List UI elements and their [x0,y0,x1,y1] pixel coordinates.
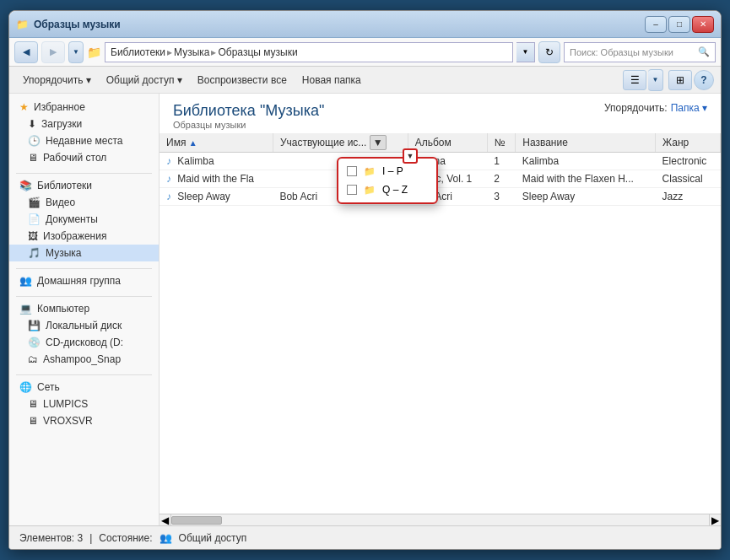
address-dropdown-button[interactable]: ▼ [516,42,535,62]
horizontal-scrollbar[interactable]: ◀ ▶ [160,514,721,525]
forward-button[interactable]: ▶ [41,41,65,63]
col-artist[interactable]: Участвующие ис... ▼ [273,133,408,153]
sidebar-label-computer: Компьютер [37,303,89,315]
divider-1 [16,173,152,174]
chevron-down-icon: ▼ [522,48,529,56]
minimize-button[interactable]: – [645,16,667,33]
network-server-icon: 🖥 [28,415,38,427]
homegroup-icon: 👥 [19,275,32,287]
sidebar-label-network: Сеть [37,381,60,393]
address-path[interactable]: Библиотеки ▸ Музыка ▸ Образцы музыки [105,42,513,62]
status-label: Состояние: [99,532,152,544]
table-row[interactable]: ♪ Maid with the Fla Music, Vol. 1 2 Maid… [160,170,721,188]
filter-dropdown-trigger[interactable]: ▼ [370,135,387,150]
removable-icon: 🗂 [28,353,38,365]
cell-number-0: 1 [487,153,515,170]
address-bar: ◀ ▶ ▼ 📁 Библиотеки ▸ Музыка ▸ Образцы му… [9,38,721,67]
filter-dropdown: 📁 I – P 📁 Q – Z [337,157,438,204]
column-filter-arrow[interactable]: ▼ [403,148,418,164]
preview-pane-button[interactable]: ⊞ [668,70,692,90]
content-area: ★ Избранное ⬇ Загрузки 🕒 Недавние места … [9,94,721,525]
filter-item-qz[interactable]: 📁 Q – Z [338,180,436,199]
back-button[interactable]: ◀ [14,41,38,63]
music-icon: 🎵 [28,247,41,259]
toolbar: Упорядочить ▾ Общий доступ ▾ Воспроизвес… [9,67,721,94]
video-icon: 🎬 [28,197,41,208]
refresh-button[interactable]: ↻ [538,41,560,63]
sidebar-item-documents[interactable]: 📄 Документы [9,211,159,228]
sidebar-item-downloads[interactable]: ⬇ Загрузки [9,116,159,132]
new-folder-button[interactable]: Новая папка [295,70,368,90]
network-icon: 🌐 [19,381,32,393]
favorites-section: ★ Избранное ⬇ Загрузки 🕒 Недавние места … [9,99,159,166]
search-box[interactable]: Поиск: Образцы музыки 🔍 [564,42,716,62]
recent-icon: 🕒 [28,135,41,147]
sidebar-item-desktop[interactable]: 🖥 Рабочий стол [9,149,159,166]
scroll-left-button[interactable]: ◀ [160,514,171,526]
question-icon: ? [700,74,706,86]
filter-checkbox-qz[interactable] [347,185,357,195]
sidebar-item-homegroup[interactable]: 👥 Домашняя группа [9,272,159,289]
items-count: Элементов: 3 [19,532,83,544]
view-toggle-button[interactable]: ☰ [623,70,646,90]
table-header-row: Имя ▲ Участвующие ис... ▼ Альбом № Назва… [160,133,721,153]
library-title: Библиотека "Музыка" [173,102,324,120]
scrollbar-track[interactable] [171,515,709,525]
cell-name: ♪ Kalimba [160,153,273,170]
arrange-label: Упорядочить: Папка ▾ [604,102,707,114]
share-button[interactable]: Общий доступ ▾ [100,70,189,90]
sidebar-label-music: Музыка [46,247,81,259]
sidebar-item-vroxsvr[interactable]: 🖥 VROXSVR [9,412,159,429]
search-placeholder: Поиск: Образцы музыки [570,47,673,57]
filter-checkbox-ip[interactable] [347,166,357,176]
sidebar-item-lumpics[interactable]: 🖥 LUMPICS [9,396,159,412]
sidebar-item-music[interactable]: 🎵 Музыка [9,245,159,261]
cell-title-1: Maid with the Flaxen H... [516,170,656,188]
library-subtitle: Образцы музыки [173,120,324,130]
sidebar-item-images[interactable]: 🖼 Изображения [9,228,159,245]
homegroup-section: 👥 Домашняя группа [9,272,159,289]
close-button[interactable]: ✕ [692,16,714,33]
pane-icon: ⊞ [676,74,684,86]
col-title[interactable]: Название [516,133,656,153]
arrange-button[interactable]: Упорядочить ▾ [16,70,98,90]
play-all-button[interactable]: Воспроизвести все [191,70,294,90]
sidebar-item-computer[interactable]: 💻 Компьютер [9,300,159,317]
help-button[interactable]: ? [694,70,714,90]
maximize-button[interactable]: □ [668,16,690,33]
sidebar-item-cdrom[interactable]: 💿 CD-дисковод (D: [9,334,159,351]
view-dropdown-button[interactable]: ▼ [648,69,663,91]
sidebar-item-network[interactable]: 🌐 Сеть [9,379,159,396]
table-row[interactable]: ♪ Kalimba a Tuna 1 Kalimba Electronic [160,153,721,170]
col-number[interactable]: № [487,133,515,153]
col-album[interactable]: Альбом [408,133,487,153]
scrollbar-thumb[interactable] [171,516,222,525]
view-icon: ☰ [630,74,640,86]
cell-number-2: 3 [487,188,515,206]
filter-label-icon: 📁 [364,166,376,177]
sidebar-label-video: Видео [46,197,75,208]
music-file-icon-3: ♪ [166,191,171,202]
explorer-window: 📁 Образцы музыки – □ ✕ ◀ ▶ ▼ 📁 Библиотек… [8,10,722,550]
sidebar-item-favorites[interactable]: ★ Избранное [9,99,159,116]
arrange-dropdown[interactable]: Папка ▾ [671,102,707,114]
dropdown-button[interactable]: ▼ [68,41,84,63]
sidebar-item-ashampoo[interactable]: 🗂 Ashampoo_Snap [9,351,159,368]
sidebar-item-libraries[interactable]: 📚 Библиотеки [9,177,159,194]
sidebar-item-recent[interactable]: 🕒 Недавние места [9,132,159,149]
filter-label-qz: Q – Z [382,184,408,196]
computer-section: 💻 Компьютер 💾 Локальный диск 💿 CD-дисков… [9,300,159,368]
libraries-icon: 📚 [19,180,32,191]
image-icon: 🖼 [28,230,38,242]
sidebar-item-video[interactable]: 🎬 Видео [9,194,159,211]
table-row[interactable]: ♪ Sleep Away Bob Acri Bob Acri 3 Sleep A… [160,188,721,206]
filter-item-ip[interactable]: 📁 I – P [338,162,436,180]
col-name[interactable]: Имя ▲ [160,133,273,153]
sidebar-item-localdisk[interactable]: 💾 Локальный диск [9,317,159,334]
title-bar: 📁 Образцы музыки – □ ✕ [9,11,721,38]
sidebar-label-desktop: Рабочий стол [43,152,106,164]
title-bar-left: 📁 Образцы музыки [16,19,121,30]
sidebar-label-documents: Документы [46,213,98,225]
scroll-right-button[interactable]: ▶ [709,514,721,526]
col-genre[interactable]: Жанр [656,133,721,153]
